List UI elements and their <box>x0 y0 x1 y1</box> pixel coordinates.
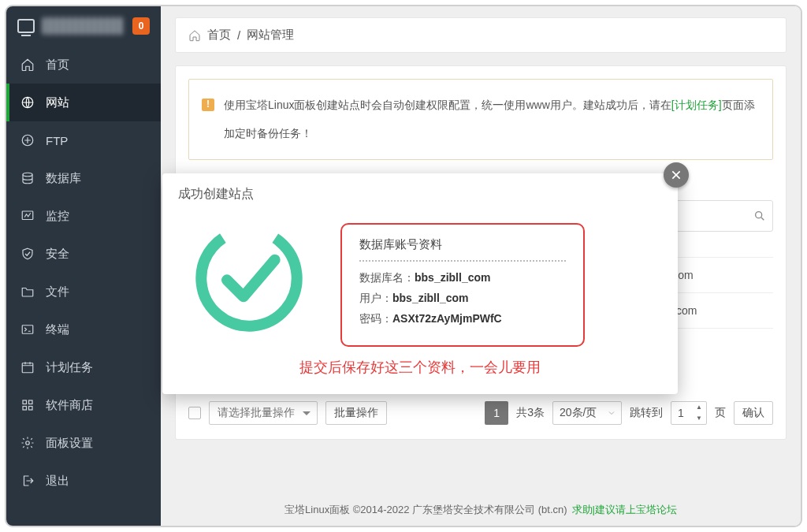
nav-monitor[interactable]: 监控 <box>6 197 161 235</box>
per-page-select[interactable]: 20条/页 <box>552 401 622 425</box>
stepper-up-icon[interactable]: ▲ <box>694 404 705 411</box>
home-icon <box>20 58 35 72</box>
page-1-button[interactable]: 1 <box>485 401 508 425</box>
stepper-down-icon[interactable]: ▼ <box>694 415 705 422</box>
brand-name-blurred <box>43 17 125 35</box>
warning-icon: ! <box>202 99 214 111</box>
svg-point-2 <box>23 173 32 177</box>
nav-label: 软件商店 <box>46 398 93 413</box>
globe-icon <box>20 95 35 110</box>
svg-rect-4 <box>22 326 33 334</box>
nav-security[interactable]: 安全 <box>6 235 161 273</box>
jump-confirm-button[interactable]: 确认 <box>734 401 773 425</box>
nav-label: 首页 <box>46 58 69 73</box>
notice-text: 使用宝塔Linux面板创建站点时会自动创建权限配置，统一使用www用户。建站成功… <box>224 91 760 148</box>
modal-title: 成功创建站点 <box>162 173 678 210</box>
nav-logout[interactable]: 退出 <box>6 462 161 500</box>
batch-operation-select[interactable]: 请选择批量操作 <box>209 401 318 425</box>
folder-icon <box>20 285 35 299</box>
batch-operation-button[interactable]: 批量操作 <box>325 401 387 425</box>
svg-rect-6 <box>23 400 27 404</box>
success-modal: 成功创建站点 数据库账号资料 数据库名：bbs_zibll_com 用户：bbs… <box>162 173 678 394</box>
svg-rect-8 <box>23 407 27 411</box>
nav-website[interactable]: 网站 <box>6 84 161 121</box>
shield-icon <box>20 247 35 261</box>
svg-rect-7 <box>29 400 33 404</box>
svg-point-11 <box>756 212 762 218</box>
nav-label: 文件 <box>46 285 69 299</box>
grid-icon <box>20 398 35 412</box>
nav-label: 计划任务 <box>46 360 93 375</box>
nav-terminal[interactable]: 终端 <box>6 311 161 348</box>
jump-page-input[interactable]: 1 ▲▼ <box>671 401 707 425</box>
breadcrumb-home[interactable]: 首页 <box>207 28 231 43</box>
db-pass-row: 密码：ASXt72zAyMjmPWfC <box>359 312 566 326</box>
close-icon <box>670 169 682 181</box>
page-word: 页 <box>715 406 726 420</box>
nav-cron[interactable]: 计划任务 <box>6 348 161 386</box>
total-count: 共3条 <box>516 406 545 420</box>
gear-icon <box>20 436 35 450</box>
chevron-down-icon <box>607 408 616 418</box>
nav-settings[interactable]: 面板设置 <box>6 424 161 462</box>
sidebar-nav: 首页 网站 FTP 数据库 监控 安全 <box>6 46 161 500</box>
logout-icon <box>20 474 35 488</box>
svg-rect-9 <box>29 407 33 411</box>
success-check-icon <box>194 223 304 333</box>
select-all-checkbox[interactable] <box>188 407 201 419</box>
modal-annotation: 提交后保存好这三个资料，一会儿要用 <box>162 353 678 394</box>
nav-files[interactable]: 文件 <box>6 273 161 311</box>
jump-label: 跳转到 <box>630 406 663 420</box>
svg-point-12 <box>194 223 304 333</box>
database-icon <box>20 171 35 185</box>
monitor-icon <box>20 209 35 223</box>
breadcrumb: 首页 / 网站管理 <box>175 17 787 53</box>
modal-close-button[interactable] <box>664 162 689 188</box>
nav-label: 监控 <box>46 209 69 224</box>
sidebar-header: 0 <box>6 6 161 46</box>
nav-database[interactable]: 数据库 <box>6 159 161 197</box>
logo-icon <box>17 19 35 33</box>
db-credentials-box: 数据库账号资料 数据库名：bbs_zibll_com 用户：bbs_zibll_… <box>340 223 585 347</box>
search-icon <box>753 210 766 222</box>
terminal-icon <box>20 322 35 337</box>
notice-banner: ! 使用宝塔Linux面板创建站点时会自动创建权限配置，统一使用www用户。建站… <box>188 79 773 160</box>
breadcrumb-current: 网站管理 <box>247 28 294 43</box>
svg-rect-5 <box>22 363 33 373</box>
pagination-bar: 请选择批量操作 批量操作 1 共3条 20条/页 跳转到 1 ▲▼ 页 确认 <box>188 401 773 425</box>
svg-point-10 <box>26 441 30 445</box>
ftp-icon <box>20 133 35 147</box>
sidebar: 0 首页 网站 FTP 数据库 监控 <box>6 6 161 526</box>
home-icon <box>188 29 201 42</box>
breadcrumb-separator: / <box>237 28 240 42</box>
nav-home[interactable]: 首页 <box>6 46 161 84</box>
notice-link[interactable]: [计划任务] <box>671 99 722 111</box>
nav-label: 终端 <box>46 322 69 337</box>
db-credentials-title: 数据库账号资料 <box>359 237 566 252</box>
db-user-row: 用户：bbs_zibll_com <box>359 292 566 306</box>
help-link[interactable]: 求助|建议请上宝塔论坛 <box>572 503 677 517</box>
nav-label: 退出 <box>46 474 69 489</box>
nav-label: 数据库 <box>46 171 81 186</box>
db-name-row: 数据库名：bbs_zibll_com <box>359 271 566 285</box>
calendar-icon <box>20 360 35 374</box>
nav-label: 网站 <box>46 95 69 110</box>
nav-label: 面板设置 <box>46 436 93 451</box>
footer: 宝塔Linux面板 ©2014-2022 广东堡塔安全技术有限公司 (bt.cn… <box>161 494 801 526</box>
nav-label: 安全 <box>46 247 69 262</box>
copyright-text: 宝塔Linux面板 ©2014-2022 广东堡塔安全技术有限公司 (bt.cn… <box>284 503 567 517</box>
notification-badge[interactable]: 0 <box>132 17 150 35</box>
nav-store[interactable]: 软件商店 <box>6 386 161 424</box>
nav-label: FTP <box>46 134 68 147</box>
nav-ftp[interactable]: FTP <box>6 121 161 159</box>
